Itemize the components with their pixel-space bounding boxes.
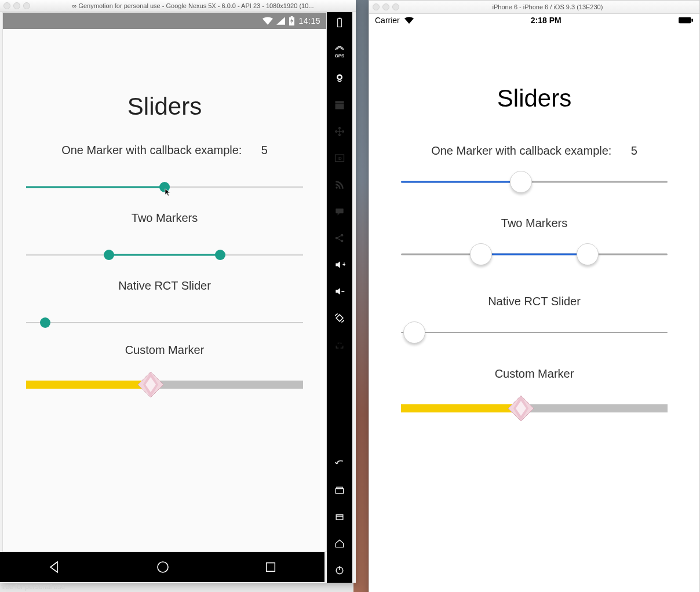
back-arrow-icon[interactable] <box>333 456 347 470</box>
svg-rect-6 <box>267 563 275 572</box>
pixel-ratio-icon[interactable]: 1:1 <box>333 338 347 352</box>
battery-charging-icon <box>289 16 295 25</box>
home-outline-icon[interactable] <box>333 536 347 550</box>
close-icon[interactable] <box>373 3 380 10</box>
id-icon[interactable]: ID <box>333 151 347 165</box>
minimize-icon[interactable] <box>13 2 20 9</box>
slider-thumb[interactable] <box>403 321 425 343</box>
slider3-label: Native RCT Slider <box>26 279 303 293</box>
cell-signal-icon <box>276 17 285 25</box>
slider4-label: Custom Marker <box>401 367 668 381</box>
recent-apps-icon[interactable] <box>264 561 277 573</box>
genymotion-titlebar[interactable]: ∞ Genymotion for personal use - Google N… <box>0 0 356 12</box>
diamond-marker-icon[interactable] <box>136 370 165 399</box>
ios-app-content: Sliders One Marker with callback example… <box>369 27 699 592</box>
svg-point-17 <box>341 234 343 236</box>
svg-rect-15 <box>336 209 343 213</box>
wifi-icon <box>404 17 414 24</box>
slider-thumb-left[interactable] <box>470 243 492 265</box>
home-icon[interactable] <box>156 560 170 574</box>
slider1-value: 5 <box>261 144 268 156</box>
zoom-icon[interactable] <box>23 2 30 9</box>
slider-thumb-right[interactable] <box>215 250 225 260</box>
chat-icon[interactable] <box>333 204 347 218</box>
ios-window-title: iPhone 6 - iPhone 6 / iOS 9.3 (13E230) <box>399 3 696 10</box>
slider-thumb[interactable] <box>510 171 532 193</box>
window-controls[interactable] <box>3 2 30 9</box>
carrier-label: Carrier <box>375 16 400 25</box>
diamond-marker-icon[interactable] <box>506 394 535 423</box>
ios-titlebar[interactable]: iPhone 6 - iPhone 6 / iOS 9.3 (13E230) <box>369 1 699 14</box>
camera-icon[interactable] <box>333 71 347 85</box>
slider1-label: One Marker with callback example: <box>431 144 611 157</box>
slider4-label: Custom Marker <box>26 343 303 357</box>
gps-icon[interactable]: GPS <box>333 42 347 59</box>
slider2-label: Two Markers <box>26 211 303 225</box>
zoom-icon[interactable] <box>392 3 399 10</box>
slider1-label: One Marker with callback example: <box>61 144 242 156</box>
genymotion-toolbar: GPS ID + 1:1 <box>327 12 352 583</box>
ios-statusbar: Carrier 2:18 PM <box>369 14 699 27</box>
genymotion-window: ∞ Genymotion for personal use - Google N… <box>0 0 356 583</box>
slider2-label: Two Markers <box>401 217 668 230</box>
slider-fill <box>481 254 588 255</box>
slider-one-marker[interactable] <box>401 170 668 193</box>
minimize-icon[interactable] <box>382 3 389 10</box>
slider-one-marker[interactable] <box>26 180 303 194</box>
svg-rect-1 <box>291 16 293 17</box>
svg-point-14 <box>336 187 337 188</box>
android-app-content: Sliders One Marker with callback example… <box>3 29 326 551</box>
window-controls[interactable] <box>373 3 399 10</box>
slider-native-rct[interactable] <box>26 316 303 330</box>
slider-track <box>26 322 303 323</box>
svg-rect-25 <box>336 515 343 520</box>
slider-two-markers[interactable] <box>401 243 668 266</box>
svg-rect-8 <box>338 18 340 19</box>
svg-rect-11 <box>336 104 344 109</box>
android-statusbar: 14:15 <box>3 13 326 29</box>
status-time: 2:18 PM <box>414 16 679 25</box>
slider-native-rct[interactable] <box>401 321 668 344</box>
svg-rect-21 <box>336 315 343 321</box>
rss-icon[interactable] <box>333 178 347 192</box>
move-icon[interactable] <box>333 125 347 138</box>
slider-custom-marker[interactable] <box>26 373 303 396</box>
multitask-icon[interactable] <box>333 483 347 497</box>
slider-fill <box>109 254 220 256</box>
android-navbar <box>0 552 325 582</box>
ios-simulator-window: iPhone 6 - iPhone 6 / iOS 9.3 (13E230) C… <box>369 0 700 592</box>
slider-custom-marker[interactable] <box>401 397 668 420</box>
share-icon[interactable] <box>333 231 347 245</box>
wifi-icon <box>262 17 273 25</box>
slider-track <box>401 332 668 333</box>
svg-point-18 <box>341 240 343 242</box>
svg-rect-29 <box>679 17 691 23</box>
watermark-text: free for personal use <box>1 583 65 591</box>
genymotion-window-title: ∞ Genymotion for personal use - Google N… <box>34 2 352 9</box>
slider-two-markers[interactable] <box>26 248 303 262</box>
slider-thumb-left[interactable] <box>104 250 114 260</box>
slider-fill <box>401 181 521 183</box>
svg-point-5 <box>158 562 168 572</box>
svg-point-16 <box>336 237 337 239</box>
svg-rect-7 <box>338 19 342 27</box>
rotate-icon[interactable] <box>333 311 347 325</box>
slider-thumb-right[interactable] <box>577 243 599 265</box>
svg-text:1:1: 1:1 <box>337 341 342 345</box>
back-icon[interactable] <box>48 560 61 574</box>
svg-rect-20 <box>341 291 344 292</box>
battery-icon <box>679 17 694 24</box>
status-time: 14:15 <box>298 16 320 25</box>
slider1-value: 5 <box>631 144 637 157</box>
volume-down-icon[interactable] <box>333 284 347 298</box>
slider-thumb[interactable] <box>40 317 50 328</box>
close-icon[interactable] <box>3 2 10 9</box>
battery-icon[interactable] <box>333 16 347 30</box>
volume-up-icon[interactable]: + <box>333 258 347 272</box>
slider1-label-row: One Marker with callback example: 5 <box>401 144 668 158</box>
power-icon[interactable] <box>333 563 347 577</box>
mouse-cursor-icon <box>165 188 173 196</box>
clapper-icon[interactable] <box>333 98 347 112</box>
svg-text:ID: ID <box>337 156 342 161</box>
window-icon[interactable] <box>333 510 347 524</box>
